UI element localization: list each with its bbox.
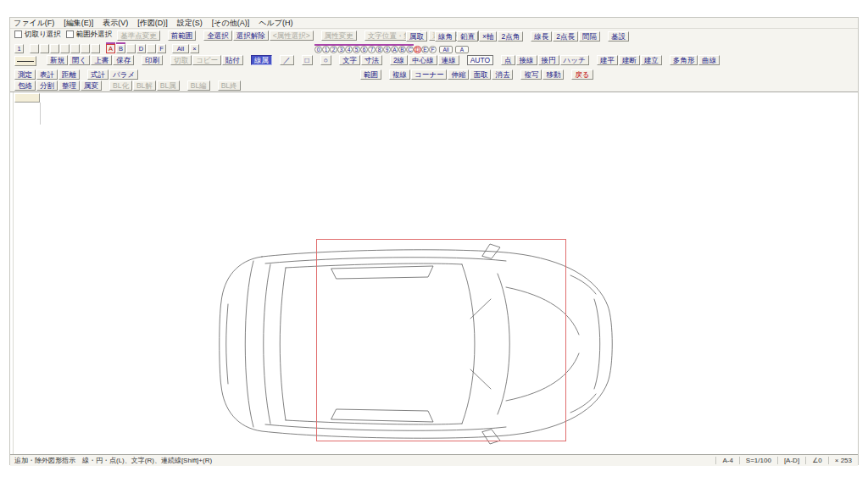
selection-rectangle [316, 239, 566, 441]
main-toolbar: 新規開く上書保存印刷切取コピー貼付線属／□○文字寸法2線中心線連線AUTO点接線… [14, 55, 721, 66]
measure-btn-2[interactable]: 距離 [58, 69, 80, 80]
tool-btn-0[interactable]: 新規 [47, 55, 68, 65]
axis-angle-indicator[interactable]: ∠0 [805, 457, 828, 464]
tool-btn-6: コピー [192, 55, 221, 65]
checkbox-1[interactable]: 範囲外選択 [66, 30, 113, 40]
tool-btn-16[interactable]: 連線 [438, 55, 459, 65]
tool-btn-7[interactable]: 貼付 [222, 55, 243, 65]
snap-btn-3[interactable]: ×軸 [479, 31, 497, 42]
tool-btn-11[interactable]: ○ [320, 55, 331, 65]
zoom-indicator[interactable]: × 253 [828, 457, 858, 464]
tool-btn-1[interactable]: 開く [69, 55, 90, 65]
select-btn-5: 属性変更 [321, 30, 357, 41]
tool-btn-15[interactable]: 中心線 [409, 55, 437, 65]
snap-btn-6[interactable]: 2点長 [553, 31, 578, 42]
status-bar: 追加・除外図形指示 線・円・点(L)、文字(R)、連続線[Shift]+(R) … [10, 454, 858, 466]
measure-btn-0[interactable]: 測定 [14, 69, 36, 80]
checkbox-label-0: 切取り選択 [25, 30, 61, 40]
edit-btn-2[interactable]: コーナー [411, 69, 447, 80]
tool-btn-17[interactable]: AUTO [467, 55, 493, 65]
edit-btn-3[interactable]: 伸縮 [448, 69, 469, 80]
measure-bar: 測定表計距離式計パラメ [14, 69, 139, 80]
status-message: 追加・除外図形指示 線・円・点(L)、文字(R)、連続線[Shift]+(R) [14, 456, 212, 465]
select-btn-0: 基準点変更 [117, 30, 160, 41]
selection-checkboxes: 切取り選択範囲外選択 [14, 26, 117, 42]
select-btn-2[interactable]: 全選択 [203, 30, 232, 41]
line-attribute-sample[interactable] [14, 56, 36, 66]
tool-btn-25[interactable]: 多角形 [670, 55, 698, 65]
block-btn-5: BL解 [133, 80, 156, 91]
checkbox-box-1[interactable] [66, 30, 74, 38]
edit-btn-0[interactable]: 範囲 [360, 69, 381, 80]
select-btn-3[interactable]: 選択解除 [233, 30, 269, 41]
edit-bar: 範囲複線コーナー伸縮面取消去複写移動戻る [360, 69, 594, 80]
block-btn-7: BL編 [187, 80, 210, 91]
tool-btn-3[interactable]: 保存 [113, 55, 134, 65]
tool-btn-26[interactable]: 曲線 [698, 55, 720, 65]
snap-btn-5[interactable]: 線長 [531, 31, 552, 42]
tool-btn-14[interactable]: 2線 [390, 55, 408, 65]
edit-btn-7[interactable]: 移動 [542, 69, 564, 80]
checkbox-box-0[interactable] [14, 30, 22, 38]
tool-btn-20[interactable]: 接円 [538, 55, 559, 65]
block-btn-6: BL属 [157, 80, 180, 91]
tool-btn-18[interactable]: 点 [501, 55, 515, 65]
edit-btn-5[interactable]: 消去 [492, 69, 513, 80]
block-btn-2[interactable]: 整理 [58, 80, 80, 91]
edit-btn-4[interactable]: 面取 [470, 69, 491, 80]
checkbox-0[interactable]: 切取り選択 [14, 30, 61, 40]
measure-btn-1[interactable]: 表計 [36, 69, 58, 80]
tool-btn-2[interactable]: 上書 [91, 55, 112, 65]
app-window: ファイル(F)[編集(E)]表示(V)[作図(D)]設定(S)[その他(A)]ヘ… [9, 17, 859, 465]
checkbox-label-1: 範囲外選択 [76, 30, 113, 40]
status-right-panel: A-4 S=1/100 [A-D] ∠0 × 253 [715, 455, 858, 466]
select-btn-1[interactable]: 前範囲 [168, 30, 197, 41]
paper-size-button[interactable]: A-4 [715, 457, 738, 464]
tool-btn-5: 切取 [170, 55, 192, 65]
scale-button[interactable]: S=1/100 [739, 457, 777, 464]
canvas-left-edge [13, 92, 14, 454]
block-bar: 包絡分割整理属変BL化BL解BL属BL編BL終 [14, 80, 242, 91]
drawing-canvas[interactable] [10, 92, 858, 454]
tool-btn-24[interactable]: 建立 [641, 55, 662, 65]
tool-btn-13[interactable]: 寸法 [361, 55, 382, 65]
sample-tail-line [40, 103, 41, 125]
tool-btn-8[interactable]: 線属 [251, 55, 272, 65]
measure-btn-3[interactable]: 式計 [87, 69, 108, 80]
edit-btn-1[interactable]: 複線 [389, 69, 410, 80]
block-btn-8: BL終 [218, 80, 241, 91]
snap-btn-2[interactable]: 鉛直 [457, 31, 478, 42]
block-btn-0[interactable]: 包絡 [14, 80, 36, 91]
tool-btn-9[interactable]: ／ [280, 55, 294, 65]
current-layer-indicator[interactable]: [A-D] [777, 457, 805, 464]
tool-btn-10[interactable]: □ [302, 55, 313, 65]
tool-btn-21[interactable]: ハッチ [560, 55, 589, 65]
block-btn-1[interactable]: 分割 [36, 80, 58, 91]
snap-btn-1[interactable]: 線角 [435, 31, 456, 42]
snap-btn-4[interactable]: 2点角 [498, 31, 523, 42]
snap-btn-7[interactable]: 間隔 [579, 31, 600, 42]
tool-btn-22[interactable]: 建平 [597, 55, 618, 65]
snap-settings-bar: 属取線角鉛直×軸2点角線長2点長間隔基設 [406, 31, 630, 42]
block-btn-3[interactable]: 属変 [81, 80, 102, 91]
tool-btn-12[interactable]: 文字 [339, 55, 360, 65]
snap-btn-8[interactable]: 基設 [608, 31, 629, 42]
tool-btn-19[interactable]: 接線 [516, 55, 537, 65]
measure-btn-4[interactable]: パラメ [109, 69, 138, 80]
edit-btn-6[interactable]: 複写 [520, 69, 542, 80]
block-btn-4: BL化 [109, 80, 132, 91]
tool-btn-4[interactable]: 印刷 [142, 55, 163, 65]
layer-group-1[interactable] [30, 44, 39, 53]
line-style-sample[interactable] [14, 93, 40, 103]
toolbar-zone: ファイル(F)[編集(E)]表示(V)[作図(D)]設定(S)[その他(A)]ヘ… [10, 18, 858, 92]
edit-btn-8[interactable]: 戻る [571, 69, 593, 80]
select-btn-4: <属性選択> [270, 30, 314, 41]
main-toolbar-buttons: 新規開く上書保存印刷切取コピー貼付線属／□○文字寸法2線中心線連線AUTO点接線… [40, 51, 721, 66]
tool-btn-23[interactable]: 建断 [619, 55, 640, 65]
snap-btn-0[interactable]: 属取 [406, 31, 427, 42]
layer-group-0[interactable]: 1 [14, 44, 24, 53]
